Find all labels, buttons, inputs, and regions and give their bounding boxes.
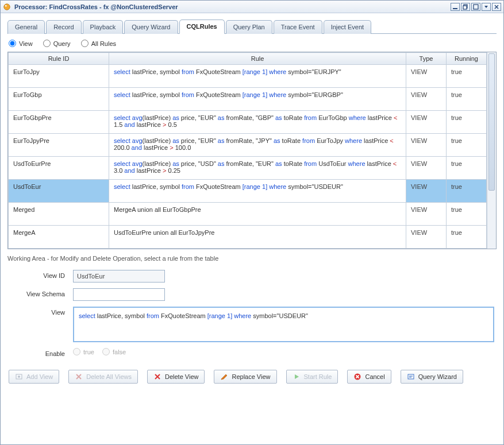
processor-window: Processor: FindCrossRates - fx @NonClust… — [0, 0, 504, 445]
table-row[interactable]: UsdToEurPreselect avg(lastPrice) as pric… — [9, 157, 487, 180]
view-textarea[interactable]: select lastPrice, symbol from FxQuoteStr… — [73, 307, 494, 342]
delete-all-icon — [75, 373, 83, 381]
cell-rule: select lastPrice, symbol from FxQuoteStr… — [109, 180, 406, 203]
table-row[interactable]: MergeAUsdToEurPre union all EurToJpyPreV… — [9, 226, 487, 249]
cell-type: VIEW — [406, 111, 447, 134]
table-row[interactable]: EurToJpyPreselect avg(lastPrice) as pric… — [9, 134, 487, 157]
cell-running: true — [447, 157, 487, 180]
cancel-icon — [353, 373, 361, 381]
tab-general[interactable]: General — [7, 20, 45, 34]
table-row[interactable]: EurToJpyselect lastPrice, symbol from Fx… — [9, 65, 487, 88]
cell-running: true — [447, 88, 487, 111]
cell-rule: select lastPrice, symbol from FxQuoteStr… — [109, 88, 406, 111]
filter-radio-all-rules[interactable]: All Rules — [81, 40, 116, 47]
cell-running: true — [447, 65, 487, 88]
cell-rule-id: MergeA — [9, 226, 109, 249]
col-header-running[interactable]: Running — [447, 53, 487, 65]
svg-rect-4 — [463, 6, 467, 9]
svg-rect-2 — [453, 8, 457, 9]
cell-running: true — [447, 111, 487, 134]
tab-playback[interactable]: Playback — [83, 20, 124, 34]
view-label: View — [10, 307, 73, 316]
cell-rule-id: UsdToEur — [9, 180, 109, 203]
restore-button[interactable] — [461, 3, 470, 11]
working-area-hint: Working Area - for Modify and Delete Ope… — [7, 255, 497, 262]
enable-label: Enable — [10, 348, 73, 357]
tab-trace-event[interactable]: Trace Event — [274, 20, 322, 34]
rules-table: Rule ID Rule Type Running EurToJpyselect… — [8, 52, 487, 249]
rules-table-scroll: Rule ID Rule Type Running EurToJpyselect… — [8, 52, 487, 249]
cell-type: VIEW — [406, 203, 447, 226]
cell-running: true — [447, 226, 487, 249]
tab-bar: GeneralRecordPlaybackQuery WizardCQLRule… — [7, 19, 497, 34]
rules-table-wrap: Rule ID Rule Type Running EurToJpyselect… — [7, 52, 497, 249]
cell-running: true — [447, 203, 487, 226]
table-row[interactable]: EurToGbpPreselect avg(lastPrice) as pric… — [9, 111, 487, 134]
delete-all-views-button: Delete All Views — [68, 370, 138, 384]
start-rule-button: Start Rule — [286, 370, 338, 384]
cell-rule-id: Merged — [9, 203, 109, 226]
table-row[interactable]: EurToGbpselect lastPrice, symbol from Fx… — [9, 88, 487, 111]
view-schema-label: View Schema — [10, 288, 73, 297]
tab-cqlrules[interactable]: CQLRules — [179, 20, 225, 34]
app-icon — [3, 3, 11, 11]
filter-radio-view[interactable]: View — [9, 40, 33, 47]
button-bar: Add View Delete All Views Delete View Re… — [7, 363, 497, 386]
add-icon — [15, 373, 23, 381]
cell-rule: select avg(lastPrice) as price, "EUR" as… — [109, 111, 406, 134]
col-header-rule-id[interactable]: Rule ID — [9, 53, 109, 65]
window-title: Processor: FindCrossRates - fx @NonClust… — [14, 3, 451, 10]
cell-type: VIEW — [406, 180, 447, 203]
tab-inject-event[interactable]: Inject Event — [324, 20, 371, 34]
play-icon — [293, 373, 301, 381]
table-row[interactable]: MergedMergeA union all EurToGbpPreVIEWtr… — [9, 203, 487, 226]
svg-rect-5 — [474, 5, 478, 9]
scrollbar-thumb[interactable] — [488, 53, 495, 191]
tab-record[interactable]: Record — [46, 20, 81, 34]
view-id-label: View ID — [10, 270, 73, 279]
vertical-scrollbar[interactable] — [487, 52, 496, 249]
filter-radio-query[interactable]: Query — [43, 40, 71, 47]
add-view-button: Add View — [9, 370, 59, 384]
svg-point-0 — [4, 3, 10, 10]
delete-icon — [153, 373, 161, 381]
cell-rule-id: EurToGbp — [9, 88, 109, 111]
cell-type: VIEW — [406, 134, 447, 157]
cell-rule: UsdToEurPre union all EurToJpyPre — [109, 226, 406, 249]
cancel-button[interactable]: Cancel — [347, 370, 391, 384]
svg-rect-8 — [408, 374, 414, 379]
tab-query-wizard[interactable]: Query Wizard — [124, 20, 178, 34]
titlebar: Processor: FindCrossRates - fx @NonClust… — [1, 1, 503, 13]
cell-running: true — [447, 180, 487, 203]
cell-rule: select avg(lastPrice) as price, "EUR" as… — [109, 134, 406, 157]
view-schema-field[interactable] — [73, 288, 165, 301]
delete-view-button[interactable]: Delete View — [147, 370, 205, 384]
cell-type: VIEW — [406, 88, 447, 111]
filter-radio-group: ViewQueryAll Rules — [7, 38, 497, 52]
cell-rule-id: UsdToEurPre — [9, 157, 109, 180]
window-buttons — [451, 3, 501, 11]
maximize-button[interactable] — [471, 3, 480, 11]
cell-rule: select lastPrice, symbol from FxQuoteStr… — [109, 65, 406, 88]
table-row[interactable]: UsdToEurselect lastPrice, symbol from Fx… — [9, 180, 487, 203]
close-button[interactable] — [492, 3, 501, 11]
collapse-button[interactable] — [482, 3, 491, 11]
svg-point-1 — [5, 5, 7, 6]
query-wizard-button[interactable]: Query Wizard — [401, 370, 463, 384]
cell-type: VIEW — [406, 226, 447, 249]
replace-view-button[interactable]: Replace View — [214, 370, 276, 384]
content-area: GeneralRecordPlaybackQuery WizardCQLRule… — [1, 13, 503, 444]
enable-false-radio: false — [102, 348, 126, 355]
cell-rule-id: EurToGbpPre — [9, 111, 109, 134]
tab-query-plan[interactable]: Query Plan — [226, 20, 272, 34]
edit-icon — [220, 373, 228, 381]
cell-rule-id: EurToJpyPre — [9, 134, 109, 157]
view-id-field[interactable] — [73, 270, 165, 283]
col-header-rule[interactable]: Rule — [109, 53, 406, 65]
cell-rule: select avg(lastPrice) as price, "USD" as… — [109, 157, 406, 180]
cell-rule-id: EurToJpy — [9, 65, 109, 88]
col-header-type[interactable]: Type — [406, 53, 447, 65]
cell-rule: MergeA union all EurToGbpPre — [109, 203, 406, 226]
enable-true-radio: true — [73, 348, 94, 355]
minimize-button[interactable] — [451, 3, 460, 11]
